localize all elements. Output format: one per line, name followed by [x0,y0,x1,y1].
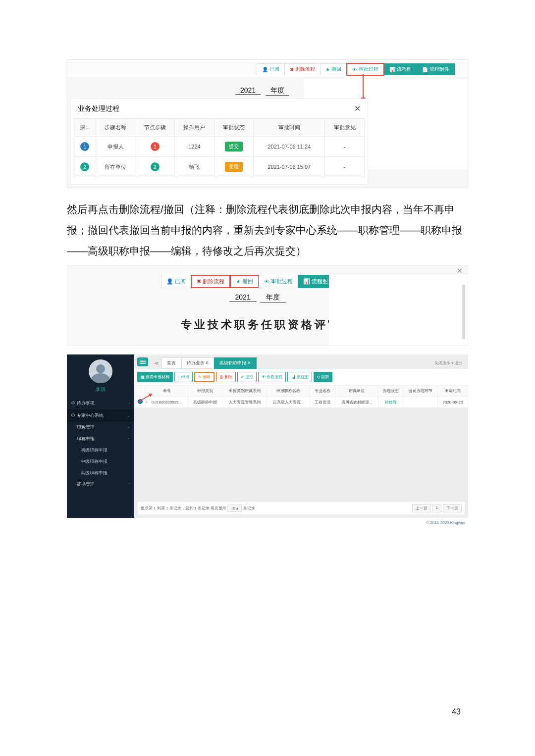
page-number-button[interactable]: 1 [432,504,441,512]
pager: 显示第 1 到第 1 条记录，总共 1 条记录 每页显示 10 ▴ 条记录 上一… [137,502,465,515]
instruction-paragraph: 然后再点击删除流程/撤回（注释：删除流程代表彻底删除此次申报内容，当年不再申报；… [67,199,468,261]
flow-diagram-button[interactable]: 📊 流程图 [384,63,417,75]
read-button[interactable]: 👤 已阅 [257,63,285,75]
nav-pending[interactable]: ⚙ 待办事项 ‹ [67,397,134,409]
tab-home[interactable]: 首页 [161,357,181,369]
tab-todo[interactable]: 待办业务 0 [181,357,214,369]
node-badge-1: 1 [151,142,160,151]
nav-junior-apply[interactable]: 初级职称申报 [67,445,134,456]
node-badge-2: 2 [151,162,160,171]
recall-button[interactable]: ★ 撤回 [320,63,347,75]
toolbar: 👤 已阅 ✖ 删除流程 ★ 撤回 👁 审批过程 📊 流程图 📄 流程附件 [67,60,468,79]
sidebar: 李琪 ⚙ 待办事项 ‹ ⚙ 专家中心系统 ⌄ 职称管理⌄ 职称申报⌄ 初级职称申… [67,354,134,518]
process-table: 探... 步骤名称 节点步骤 操作用户 审批状态 审批时间 审批意见 1 申报人… [74,118,365,177]
page-number: 43 [452,707,461,716]
avatar [89,359,112,383]
grid-toolbar: ▦ 查看申报材料 □ 申报 ✎ 编辑 🗑 删除 ✔ 提交 👁 查看流程 📊 流程… [134,369,468,385]
gear-icon: ⚙ [71,400,75,405]
flow-diagram-button[interactable]: 📊 流程图 [287,372,312,382]
step-badge-1: 1 [80,142,89,151]
nav-title-apply[interactable]: 职称申报⌄ [67,433,134,445]
flow-attachment-button[interactable]: 📄 流程附件 [417,63,455,75]
process-modal: 业务处理过程 ✕ 探... 步骤名称 节点步骤 操作用户 审批状态 审批时间 审… [70,99,368,185]
close-icon[interactable]: ✕ [354,104,361,113]
screenshot-admin-app: 李琪 ⚙ 待办事项 ‹ ⚙ 专家中心系统 ⌄ 职称管理⌄ 职称申报⌄ 初级职称申… [67,354,468,518]
table-row: 1 申报人 1 1224 提交 2021-07-06 11:24 - [74,137,365,157]
apply-button[interactable]: □ 申报 [174,372,193,382]
recall-button[interactable]: ★ 撤回 [230,275,259,288]
submit-button[interactable]: ✔ 提交 [237,372,257,382]
chevron-down-icon: ⌄ [127,413,130,418]
close-icon[interactable]: ✕ [457,267,463,275]
tab-bar: ≪ 首页 待办业务 0 高级职称申报 ✕ 关闭操作 ▾ 退出 [134,354,468,369]
copyright-footer: © 2018-2020 Kingway [426,520,465,525]
flow-diagram-button[interactable]: 📊 流程图 [298,275,333,288]
chevron-left-icon: ‹ [129,401,130,405]
delete-button[interactable]: 🗑 删除 [216,372,236,382]
delete-flow-button[interactable]: ✖ 删除流程 [284,63,321,75]
status-accepted: 受理 [225,162,243,172]
nav-mid-apply[interactable]: 中级职称申报 [67,456,134,467]
read-button[interactable]: 👤 已阅 [161,275,191,288]
table-row[interactable]: 1 GJ1820200923... 高级职称申报 人力资源管理系列 正高级人力资… [135,397,468,408]
main-panel: ≪ 首页 待办业务 0 高级职称申报 ✕ 关闭操作 ▾ 退出 ▦ 查看申报材料 … [134,354,468,518]
hamburger-icon[interactable] [137,357,148,366]
table-row: 2 所在单位 2 杨飞 受理 2021-07-06 15:07 - [74,157,365,177]
screenshot-form-header: ✕ 👤 已阅 ✖ 删除流程 ★ 撤回 👁 审批过程 📊 流程图 📄 流程附件 2… [67,265,468,346]
tab-senior-apply[interactable]: 高级职称申报 ✕ [214,357,257,369]
username: 李琪 [67,386,134,397]
approve-process-button[interactable]: 👁 审批过程 [259,275,298,288]
status-submitted: 提交 [225,142,243,151]
step-badge-2: 2 [80,162,89,171]
screenshot-process-modal: 👤 已阅 ✖ 删除流程 ★ 撤回 👁 审批过程 📊 流程图 📄 流程附件 202… [67,59,468,188]
view-flow-button[interactable]: 👁 查看流程 [258,372,286,382]
next-page-button[interactable]: 下一页 [443,504,462,512]
nav-title-mgmt[interactable]: 职称管理⌄ [67,422,134,433]
edit-button[interactable]: ✎ 编辑 [194,372,214,382]
nav-cert-mgmt[interactable]: 证书管理‹ [67,479,134,490]
delete-flow-button[interactable]: ✖ 删除流程 [191,275,230,288]
gear-icon: ⚙ [71,412,75,418]
refresh-button[interactable]: Q 刷新 [314,372,332,382]
prev-page-button[interactable]: 上一页 [412,504,431,512]
modal-title: 业务处理过程 [78,104,119,113]
tab-right-ops[interactable]: 关闭操作 ▾ 退出 [434,360,466,366]
data-grid: 单号 申报类别 申报类别所属系列 申报职称名称 专业名称 所属单位 办理状态 当… [134,385,468,408]
nav-expert-system[interactable]: ⚙ 专家中心系统 ⌄ [67,409,134,422]
nav-senior-apply[interactable]: 高级职称申报 [67,467,134,479]
pagesize-select[interactable]: 10 ▴ [227,504,242,512]
view-material-button[interactable]: ▦ 查看申报材料 [137,372,173,382]
